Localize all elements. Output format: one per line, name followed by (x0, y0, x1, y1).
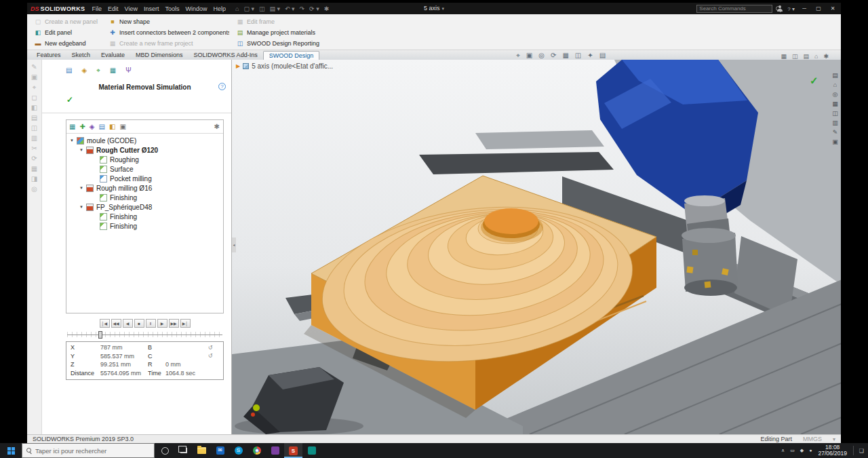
slider-track[interactable] (67, 335, 222, 335)
status-expand-icon[interactable]: ▾ (833, 436, 835, 442)
strip-tool-icon[interactable] (31, 134, 37, 142)
ribbon-tab[interactable]: SOLIDWORKS Add-Ins (189, 51, 263, 60)
ribbon-command[interactable]: Edit panel (34, 29, 102, 36)
toolbar-icon[interactable] (243, 5, 254, 12)
ribbon-command[interactable]: Create a new frame project (108, 40, 229, 47)
viewport-tool-icon[interactable] (832, 100, 838, 107)
view-tool-icon[interactable] (538, 52, 545, 60)
menu-item[interactable]: Window (185, 5, 207, 12)
pm-tab-icon[interactable] (110, 66, 116, 75)
tree-item[interactable]: Finishing (66, 212, 223, 221)
strip-tool-icon[interactable] (31, 124, 37, 132)
strip-tool-icon[interactable] (31, 73, 37, 81)
taskbar-app[interactable] (211, 443, 229, 458)
sim-tool-icon[interactable] (90, 123, 95, 130)
tree-item[interactable]: Surface (66, 164, 223, 174)
taskbar-search-input[interactable] (35, 447, 150, 455)
refresh-icon[interactable]: ↺ (205, 345, 216, 351)
close-icon[interactable]: ✕ (828, 5, 837, 12)
toolbar-icon[interactable] (259, 5, 265, 12)
taskbar-app[interactable] (284, 443, 302, 458)
view-option-icon[interactable] (814, 53, 818, 60)
ribbon-command[interactable]: New shape (108, 18, 229, 25)
panel-splitter-grip[interactable]: ◂ (232, 237, 236, 252)
ribbon-command[interactable]: Edit frame (236, 18, 338, 25)
view-tool-icon[interactable] (587, 52, 593, 60)
toolbar-icon[interactable] (285, 5, 295, 12)
view-option-icon[interactable] (804, 53, 810, 60)
taskbar-app[interactable] (302, 443, 321, 458)
tree-expand-icon[interactable] (79, 186, 85, 190)
ribbon-tab[interactable]: Sketch (66, 51, 96, 60)
tree-item[interactable]: Finishing (66, 221, 223, 231)
playback-button[interactable] (169, 319, 179, 328)
settings-gear-icon[interactable]: ✱ (214, 123, 220, 130)
view-option-icon[interactable] (781, 53, 787, 60)
tree-item[interactable]: Finishing (66, 193, 223, 202)
ribbon-tab[interactable]: Features (31, 51, 66, 60)
panel-help-icon[interactable] (218, 83, 226, 90)
viewport-tool-icon[interactable] (833, 91, 838, 98)
ribbon-tab[interactable]: Evaluate (96, 51, 130, 60)
strip-tool-icon[interactable] (31, 175, 37, 183)
taskbar-clock[interactable]: 18:08 27/06/2019 (818, 444, 847, 457)
view-tool-icon[interactable] (516, 52, 520, 60)
search-commands-box[interactable] (696, 5, 772, 13)
refresh-icon[interactable]: ↺ (205, 353, 216, 359)
viewport-tool-icon[interactable] (832, 72, 838, 79)
view-tool-icon[interactable] (551, 52, 556, 60)
taskbar-app[interactable] (193, 443, 211, 458)
tree-item[interactable]: Rough milling Ø16 (66, 183, 223, 193)
pm-tab-icon[interactable] (66, 66, 72, 75)
strip-tool-icon[interactable] (31, 63, 37, 71)
pm-tab-icon[interactable] (81, 66, 87, 75)
sim-tool-icon[interactable] (109, 123, 115, 130)
tree-item[interactable]: Roughing (66, 155, 223, 164)
ribbon-tab[interactable]: SWOOD Design (263, 51, 320, 60)
pm-tab-icon[interactable] (96, 66, 100, 75)
strip-tool-icon[interactable] (31, 94, 37, 102)
view-tool-icon[interactable] (599, 52, 606, 60)
tray-icon[interactable] (800, 448, 804, 453)
view-option-icon[interactable] (823, 53, 829, 60)
sim-tool-icon[interactable] (79, 123, 85, 130)
chevron-down-icon[interactable]: ▾ (442, 3, 445, 14)
maximize-icon[interactable]: ▢ (814, 5, 823, 12)
slider-thumb[interactable] (98, 331, 102, 339)
viewport-tool-icon[interactable] (832, 138, 838, 145)
toolbar-icon[interactable] (269, 5, 280, 12)
strip-tool-icon[interactable] (31, 185, 37, 193)
playback-button[interactable] (146, 319, 156, 328)
ribbon-tab[interactable]: MBD Dimensions (130, 51, 189, 60)
viewport-tool-icon[interactable] (832, 119, 838, 126)
tray-icon[interactable] (809, 448, 812, 453)
tree-expand-icon[interactable] (70, 138, 76, 142)
tree-item[interactable]: Pocket milling (66, 174, 223, 183)
tree-item[interactable]: moule (GCODE) (66, 136, 223, 145)
ribbon-command[interactable]: Manage project materials (236, 29, 338, 36)
menu-item[interactable]: Edit (108, 5, 119, 12)
menu-item[interactable]: File (92, 5, 102, 12)
taskbar-app[interactable] (266, 443, 284, 458)
minimize-icon[interactable]: ─ (800, 5, 809, 12)
playback-button[interactable] (157, 319, 167, 328)
menu-item[interactable]: Help (213, 5, 226, 12)
view-tool-icon[interactable] (575, 52, 581, 60)
ribbon-command[interactable]: SWOOD Design Reporting (236, 40, 338, 47)
start-button[interactable] (0, 443, 22, 458)
taskbar-app[interactable] (174, 443, 193, 458)
tray-icon[interactable] (790, 448, 795, 453)
tree-expand-icon[interactable] (79, 205, 85, 209)
ribbon-command[interactable]: New edgeband (34, 40, 102, 47)
action-center-icon[interactable] (853, 446, 864, 455)
search-commands-input[interactable] (699, 5, 774, 12)
toolbar-icon[interactable] (300, 5, 305, 12)
menu-item[interactable]: Insert (144, 5, 159, 12)
help-icon[interactable] (787, 5, 795, 12)
playback-button[interactable] (134, 319, 144, 328)
view-tool-icon[interactable] (562, 52, 568, 60)
ok-check-icon[interactable]: ✓ (66, 95, 73, 104)
viewport-breadcrumb[interactable]: ▶ 5 axis (moule<Etat d'affic... (236, 62, 333, 70)
strip-tool-icon[interactable] (31, 114, 37, 122)
taskbar-app[interactable] (248, 443, 266, 458)
